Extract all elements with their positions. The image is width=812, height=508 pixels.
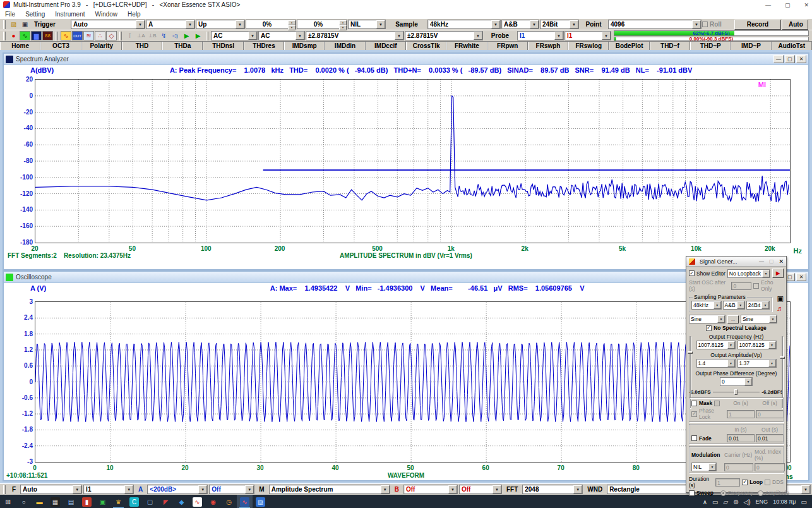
close-button[interactable]: ✕: [796, 273, 806, 281]
mask-off-input[interactable]: 0: [756, 410, 784, 418]
tray-display-icon[interactable]: ▭: [712, 499, 718, 505]
spectrum-title-bar[interactable]: Spectrum Analyzer — ▢ ✕: [4, 54, 808, 65]
generator-rate-select[interactable]: 48kHz▼: [691, 301, 722, 310]
carrier-input[interactable]: 0: [724, 463, 753, 471]
tab-thda[interactable]: THDa: [162, 42, 203, 50]
tab-imd~p[interactable]: IMD~P: [731, 42, 771, 50]
sample-rate-select[interactable]: 48kHz▼: [427, 20, 501, 29]
teal-app-icon[interactable]: C: [126, 495, 142, 508]
tab-frswlog[interactable]: FRswlog: [568, 42, 609, 50]
tab-bodeplot[interactable]: BodePlot: [609, 42, 649, 50]
vscode-icon[interactable]: ◆: [174, 495, 189, 508]
phase-select[interactable]: 0▼: [720, 377, 753, 386]
tab-thdres[interactable]: THDres: [244, 42, 284, 50]
tab-thd~f[interactable]: THD~f: [650, 42, 690, 50]
trigger-level-spinner[interactable]: 0%▲▼: [246, 20, 296, 29]
tab-frpwn[interactable]: FRpwn: [487, 42, 528, 50]
notification-icon[interactable]: ▭: [801, 499, 807, 505]
menu-file[interactable]: File: [5, 11, 15, 18]
run-icon[interactable]: ▶: [181, 31, 192, 40]
trigger-source-select[interactable]: A▼: [146, 20, 195, 29]
slider-thumb[interactable]: [734, 389, 737, 395]
sample-bits-select[interactable]: 24Bit▼: [540, 20, 579, 29]
tab-frswph[interactable]: FRswph: [528, 42, 568, 50]
modulation-select[interactable]: NIL▼: [691, 463, 717, 471]
photos-app-icon[interactable]: ▨: [253, 495, 268, 508]
trigger-mode-select[interactable]: Auto▼: [71, 20, 145, 29]
generator-bits-select[interactable]: 24Bit▼: [746, 301, 770, 310]
wave-a-select[interactable]: Sine▼: [689, 315, 725, 324]
spectrum-3d-plot-icon[interactable]: ≋: [83, 31, 94, 40]
trigger-delay-spinner[interactable]: 0%▲▼: [297, 20, 347, 29]
input-select[interactable]: I1▼: [83, 485, 134, 494]
search-icon[interactable]: ○: [16, 495, 32, 508]
channel-a-filter-select[interactable]: Off▼: [209, 485, 254, 494]
channel-b-range-select[interactable]: Off▼: [403, 485, 458, 494]
label-a-icon[interactable]: ⊥A: [136, 31, 146, 40]
generator-channels-select[interactable]: A&B▼: [723, 301, 745, 310]
score-icon[interactable]: ♬: [777, 305, 784, 312]
menu-help[interactable]: Help: [128, 11, 141, 18]
spinner-arrows[interactable]: ▲▼: [339, 20, 347, 28]
data-logger-icon[interactable]: ∴: [95, 31, 105, 40]
speaker-icon[interactable]: ◁): [170, 31, 181, 40]
oscilloscope-icon[interactable]: ∿: [20, 31, 30, 40]
minimize-button[interactable]: —: [759, 258, 764, 264]
toolbar-grip[interactable]: [3, 485, 6, 494]
fade-in-input[interactable]: 0.01: [727, 434, 755, 442]
sample-channels-select[interactable]: A&B▼: [501, 20, 539, 29]
menu-instrument[interactable]: Instrument: [55, 11, 85, 18]
toolbar-grip[interactable]: [206, 32, 208, 40]
file-explorer-icon[interactable]: ▬: [32, 495, 47, 508]
coupling-b-select[interactable]: AC▼: [258, 31, 305, 40]
device-test-plan-icon[interactable]: ◇: [106, 31, 117, 40]
roll-checkbox[interactable]: Roll: [702, 21, 734, 28]
mask-checkbox[interactable]: [691, 401, 697, 406]
close-button[interactable]: ✕: [796, 55, 806, 63]
channel-a-range-select[interactable]: <200dB>▼: [147, 485, 208, 494]
tab-imdccif[interactable]: IMDccif: [366, 42, 406, 50]
dbfs-slider[interactable]: [713, 389, 760, 395]
view-mode-select[interactable]: Amplitude Spectrum▼: [269, 485, 390, 494]
run-all-icon[interactable]: ▶: [193, 31, 203, 40]
minimize-button[interactable]: —: [765, 2, 771, 8]
fade-out-input[interactable]: 0.01: [756, 434, 784, 442]
calibration-icon[interactable]: ↯: [158, 31, 169, 40]
tab-home[interactable]: Home: [0, 42, 40, 50]
start-osc-input[interactable]: 0: [731, 282, 751, 290]
mask-on-input[interactable]: 1: [727, 410, 755, 418]
duration-input[interactable]: 1: [715, 478, 740, 487]
amplitude-b-select[interactable]: 1.37▼: [737, 359, 777, 368]
label-b-icon[interactable]: ⊥B: [147, 31, 158, 40]
probe-a-select[interactable]: I1▼: [517, 31, 564, 40]
red-arrow-app-icon[interactable]: ◤: [158, 495, 174, 508]
fade-checkbox[interactable]: [691, 435, 697, 441]
sweep-checkbox[interactable]: [689, 490, 695, 496]
point-select[interactable]: 4096▼: [608, 20, 702, 29]
amplitude-a-select[interactable]: 1.4▼: [696, 359, 736, 368]
tray-caret-icon[interactable]: ∧: [703, 499, 707, 505]
frequency-weighting-select[interactable]: Auto▼: [20, 485, 82, 494]
channel-b-filter-select[interactable]: Off▼: [459, 485, 502, 494]
menu-window[interactable]: Window: [95, 11, 118, 18]
probe-check-icon[interactable]: ⊺: [124, 31, 135, 40]
maximize-button[interactable]: ▢: [785, 55, 795, 63]
record-icon[interactable]: ●: [8, 31, 19, 40]
echo-only-checkbox[interactable]: [753, 283, 759, 289]
mask-options-button[interactable]: [714, 401, 720, 406]
red-app-icon[interactable]: ▮: [79, 495, 95, 508]
tab-oct3[interactable]: OCT3: [40, 42, 81, 50]
tab-thdnsl[interactable]: THDnsl: [203, 42, 243, 50]
range-a-select[interactable]: ±2.87815V▼: [306, 31, 404, 40]
maximize-button[interactable]: ▢: [785, 2, 791, 8]
auto-button[interactable]: Auto: [782, 20, 808, 30]
tab-imdsmp[interactable]: IMDsmp: [284, 42, 325, 50]
start-button[interactable]: ⊞: [0, 495, 16, 508]
multi-instrument-taskbar-icon[interactable]: ∿: [237, 495, 253, 508]
tab-thd[interactable]: THD: [122, 42, 162, 50]
coupling-a-select[interactable]: AC▼: [211, 31, 258, 40]
wave-options-button[interactable]: ...: [727, 315, 739, 324]
signal-generator-icon[interactable]: ∿: [61, 31, 71, 40]
tab-thd~p[interactable]: THD~P: [690, 42, 731, 50]
clock[interactable]: 10:08 πμ: [773, 499, 796, 505]
